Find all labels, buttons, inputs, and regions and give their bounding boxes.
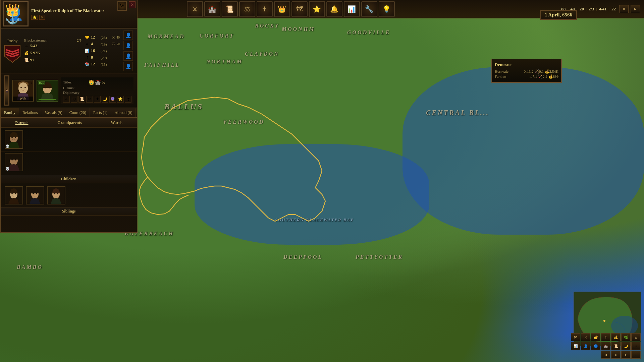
troops-icon: ⚔ <box>24 44 29 49</box>
tab-bar: Family Relations Vassals (9) Court (20) … <box>1 108 137 118</box>
tab-relations[interactable]: Relations <box>19 108 41 117</box>
mini-portrait-2[interactable]: 👤 <box>123 41 133 50</box>
character-panel: 👤 👑 ⚓ First Speaker Ralph of The Blackwa… <box>0 0 138 233</box>
heir-badge: Heir <box>38 81 45 85</box>
child-portrait-3[interactable] <box>47 186 65 204</box>
grandparents-tab[interactable]: Grandparents <box>54 120 85 126</box>
faction-icon-7[interactable]: 🗺 <box>291 1 308 17</box>
demesne-val1-2: ⚔7.1 🏹2.9 💰899 <box>529 74 559 79</box>
tab-pacts[interactable]: Pacts (1) <box>90 108 111 117</box>
parents-tab[interactable]: Parents <box>12 120 32 126</box>
trait-2[interactable]: 🛡 <box>71 96 77 103</box>
svg-point-3 <box>6 90 7 90</box>
resource-realm-size: 4/41 <box>599 6 607 12</box>
faction-icon-12[interactable]: 💡 <box>379 1 395 17</box>
coa-title: Rosby <box>7 39 18 44</box>
demesne-place-2[interactable]: Farnhm <box>495 74 506 79</box>
trait-5[interactable]: ✝ <box>94 96 101 103</box>
heir-portrait[interactable]: Heir <box>37 80 58 102</box>
tab-vassals[interactable]: Vassals (9) <box>41 108 66 117</box>
map-ctrl-arrows-up[interactable]: ▲ <box>631 333 641 341</box>
map-control-row-1: 🗺 ⚔ 👑 ✝ 💰 🌿 ▲ <box>571 333 641 341</box>
children-label: Children <box>61 177 76 181</box>
map-zoom-out[interactable]: - <box>631 351 641 359</box>
mini-portrait-1[interactable]: 👤 <box>123 31 133 40</box>
faction-icon-1[interactable]: ⚔ <box>187 1 203 17</box>
wife-portrait[interactable]: Wife ♀ <box>12 80 34 102</box>
title-icon-2[interactable]: 🏰 <box>95 79 101 85</box>
trait-3[interactable]: 📜 <box>78 96 85 103</box>
trait-6[interactable]: 🌙 <box>102 96 108 103</box>
svg-point-10 <box>24 87 26 88</box>
title-icon-3[interactable]: ⚔ <box>101 79 106 85</box>
map-zoom-in[interactable]: + <box>631 342 641 350</box>
main-character-portrait[interactable] <box>4 75 9 106</box>
faction-icon-4[interactable]: ⚖ <box>239 1 255 17</box>
svg-point-36 <box>611 316 638 336</box>
char-emblem-button[interactable]: W <box>117 1 127 11</box>
map-ctrl-4[interactable]: ✝ <box>601 333 610 341</box>
trait-1[interactable]: ⚔ <box>63 96 70 103</box>
marshal-extra: 20 <box>117 42 120 46</box>
map-ctrl-12[interactable]: 🌙 <box>621 342 631 350</box>
faction-icon-8[interactable]: ⭐ <box>309 1 325 17</box>
child-portrait-1[interactable] <box>5 186 23 204</box>
resource-demesne: 2/3 <box>589 6 594 12</box>
portrait-area: Wife ♀ Heir Titles: 👑 🏰 <box>1 73 137 108</box>
svg-point-22 <box>15 160 16 161</box>
parent-portrait-1[interactable]: 💀 <box>5 130 23 149</box>
tab-abroad[interactable]: Abroad (0) <box>111 108 136 117</box>
faction-icon-5[interactable]: ✝ <box>257 1 273 17</box>
svg-point-18 <box>15 137 16 138</box>
map-ctrl-8[interactable]: 👤 <box>581 342 590 350</box>
mini-portrait-4[interactable]: 👤 <box>123 62 133 71</box>
pause-btn[interactable]: ⏸ <box>619 5 629 13</box>
siblings-row <box>1 216 137 232</box>
speed-btn[interactable]: ▶ <box>631 5 640 13</box>
svg-point-25 <box>11 193 13 194</box>
mini-portrait-3[interactable]: 👤 <box>123 51 133 61</box>
claims-row: Claims: <box>63 86 131 90</box>
faction-icon-2[interactable]: 🏰 <box>204 1 220 17</box>
tab-family[interactable]: Family <box>1 108 19 117</box>
child-portrait-2[interactable] <box>26 186 44 204</box>
svg-point-30 <box>36 193 37 194</box>
map-ctrl-1[interactable]: 🗺 <box>571 333 580 341</box>
title-icon-1[interactable]: 👑 <box>89 79 94 85</box>
map-ctrl-10[interactable]: 🏰 <box>601 342 610 350</box>
map-ctrl-6[interactable]: 🌿 <box>621 333 631 341</box>
grandparent-portrait-1[interactable]: 💀 <box>5 153 23 171</box>
tab-court[interactable]: Court (20) <box>66 108 90 117</box>
demesne-place-1[interactable]: Hornvale <box>495 69 508 74</box>
char-header: 👤 👑 ⚓ First Speaker Ralph of The Blackwa… <box>1 0 137 28</box>
skill-steward: 📊 16 (21) <box>85 48 120 53</box>
coa-block: Rosby <box>4 39 21 63</box>
trait-4[interactable]: ⚖ <box>86 96 93 103</box>
trait-9[interactable]: 🗡 <box>125 96 131 103</box>
faction-icon-3[interactable]: 📜 <box>222 1 238 17</box>
wards-tab[interactable]: Wards <box>108 120 126 126</box>
map-ctrl-5[interactable]: 💰 <box>611 333 621 341</box>
siblings-label: Siblings <box>62 209 76 214</box>
steward-icon: 📊 <box>85 49 90 53</box>
map-ctrl-9[interactable]: 🔵 <box>591 342 600 350</box>
faction-icon-11[interactable]: 🔧 <box>361 1 377 17</box>
map-right-btn[interactable]: ► <box>621 351 631 359</box>
map-ctrl-3[interactable]: 👑 <box>591 333 600 341</box>
marshal-val: 4 <box>91 42 99 47</box>
svg-point-21 <box>11 160 13 161</box>
titles-row: Titles: 👑 🏰 ⚔ <box>63 79 131 85</box>
svg-point-37 <box>603 320 605 322</box>
faction-icon-6[interactable]: 👑 <box>274 1 290 17</box>
close-button[interactable]: ✕ <box>129 1 136 8</box>
trait-7[interactable]: 🔮 <box>109 96 116 103</box>
map-ctrl-7[interactable]: 📊 <box>571 342 580 350</box>
map-ctrl-11[interactable]: 📜 <box>611 342 621 350</box>
faction-icon-9[interactable]: 🔔 <box>326 1 342 17</box>
map-center-btn[interactable]: ● <box>611 351 621 359</box>
trait-8[interactable]: ⭐ <box>117 96 124 103</box>
faction-icon-10[interactable]: 📊 <box>344 1 360 17</box>
map-left-btn[interactable]: ◄ <box>601 351 610 359</box>
char-main-portrait[interactable]: 👤 👑 ⚓ <box>3 1 29 26</box>
map-ctrl-2[interactable]: ⚔ <box>581 333 590 341</box>
